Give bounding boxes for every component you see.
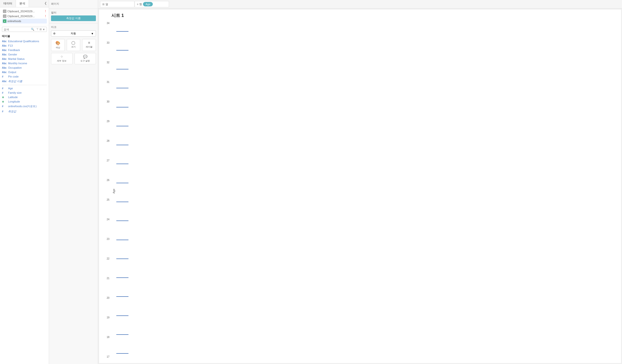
tab-data[interactable]: 데이터 (0, 0, 16, 7)
field-type-abc: Abc (2, 71, 7, 74)
mark-line-17 (116, 353, 129, 354)
field-age[interactable]: # Age (0, 86, 49, 91)
row-shelf-label: 행 (139, 2, 142, 6)
field-type-abc: Abc (2, 66, 7, 69)
field-longitude[interactable]: ⊕ Longitude (0, 99, 49, 104)
field-name: Feedback (8, 49, 20, 52)
field-name: Gender (8, 53, 17, 56)
chart-row-29 (116, 116, 621, 135)
field-measure-names[interactable]: Abc 측정값 이름 (0, 79, 49, 84)
tables-section-label: 테이블 (0, 33, 49, 39)
tab-close-icon[interactable]: ❮ (42, 0, 49, 7)
field-feedback[interactable]: Abc Feedback (0, 48, 49, 52)
field-name: 측정값 (8, 110, 16, 113)
filter-section: 필터 측정값 이름 (49, 9, 98, 23)
col-shelf-icon: ⊞ (102, 3, 104, 6)
mark-line-33 (116, 50, 129, 51)
field-name: Age (8, 87, 13, 90)
row-shelf-icon: ≡ (137, 3, 138, 6)
mark-line-20 (116, 296, 129, 297)
field-monthly-income[interactable]: Abc Monthly Income (0, 61, 49, 65)
field-type-geo: ⊕ (2, 96, 7, 99)
filter-label: 필터 (51, 11, 96, 15)
mark-line-22 (116, 259, 129, 259)
field-name: Monthly Income (8, 62, 27, 65)
mark-tooltip-label: 도구 설명 (80, 59, 90, 62)
mark-line-23 (116, 240, 129, 240)
y-label-27: 27 (107, 159, 109, 162)
mark-size-label: 크기 (71, 45, 76, 49)
chart-row-33 (116, 41, 621, 60)
field-educational-qualifications[interactable]: Abc Educational Qualifications (0, 39, 49, 43)
top-tabs: 데이터 분석 ❮ (0, 0, 49, 7)
marks-row2: ⁘ 세부 정보 💬 도구 설명 (51, 53, 96, 64)
marks-section: 마크 ⊘ 자동 ▼ 🎨 색상 ◯ 크기 ≡ 레이블 (49, 23, 98, 66)
chart-row-18 (116, 325, 621, 344)
field-latitude[interactable]: ⊕ Latitude (0, 95, 49, 99)
field-type-hash: # (2, 110, 7, 113)
field-name: onlinefoods.csv(카운트) (8, 104, 37, 108)
right-panel: ⊞ 열 ≡ 행 Age 시트 1 34 33 32 31 30 (98, 0, 622, 364)
grid-icon[interactable]: ⊞ (39, 28, 42, 31)
field-name: Occupation (8, 66, 22, 69)
datasource-clipboard1-label: Clipboard_20240329... (7, 10, 35, 13)
field-gender[interactable]: Abc Gender (0, 52, 49, 57)
field-family-size[interactable]: # Family size (0, 91, 49, 95)
field-output[interactable]: Abc Output (0, 70, 49, 74)
mark-line-24 (116, 221, 129, 221)
filter-icon[interactable]: ⊤ (36, 28, 39, 31)
y-axis-title: Age (111, 19, 116, 363)
marks-dropdown[interactable]: ⊘ 자동 ▼ (51, 30, 96, 37)
field-type-hash: # (2, 87, 7, 90)
error-dot-2: ! (45, 15, 46, 18)
field-measure-values[interactable]: # 측정값 (0, 109, 49, 114)
field-name: Longitude (8, 100, 20, 103)
mark-label-label: 레이블 (86, 45, 93, 49)
field-type-abc: Abc (2, 49, 7, 52)
chart-row-28 (116, 136, 621, 154)
field-name: Educational Qualifications (8, 40, 39, 43)
mark-line-28 (116, 145, 129, 145)
field-pin-code[interactable]: # Pin code (0, 74, 49, 79)
filter-pill[interactable]: 측정값 이름 (51, 16, 96, 21)
mark-btn-tooltip[interactable]: 💬 도구 설명 (75, 53, 96, 64)
mark-btn-detail[interactable]: ⁘ 세부 정보 (51, 53, 73, 64)
error-dot-1: ! (45, 10, 46, 13)
search-bar: 🔍 ⊤ ⊞ ▼ (2, 27, 47, 32)
mark-line-27 (116, 164, 129, 164)
datasource-clipboard1[interactable]: ◻ Clipboard_20240329... ! (2, 9, 47, 14)
tooltip-icon: 💬 (83, 55, 87, 59)
row-shelf-pill[interactable]: Age (143, 2, 153, 6)
filter-icons: ⊤ ⊞ ▼ (36, 28, 45, 31)
datasource-clipboard2-label: Clipboard_20240329... (7, 15, 35, 18)
datasource-onlinefoods[interactable]: ● onlinefoods (2, 19, 47, 23)
chart-row-34 (116, 22, 621, 41)
field-f13[interactable]: Abc F13 (0, 43, 49, 48)
data-sources-section: ◻ Clipboard_20240329... ! ◻ Clipboard_20… (0, 7, 49, 25)
field-type-italic: Abc (2, 80, 7, 83)
dropdown-icon[interactable]: ▼ (42, 28, 45, 31)
tab-analysis[interactable]: 분석 (16, 0, 29, 7)
mark-line-34 (116, 31, 129, 32)
chart-row-27 (116, 154, 621, 173)
field-type-geo: ⊕ (2, 100, 7, 103)
marks-dropdown-arrow: ▼ (91, 32, 94, 35)
field-marital-status[interactable]: Abc Marital Status (0, 57, 49, 61)
chart-row-19 (116, 306, 621, 325)
search-input[interactable] (4, 28, 30, 31)
mark-btn-color[interactable]: 🎨 색상 (51, 39, 65, 51)
field-occupation[interactable]: Abc Occupation (0, 65, 49, 70)
chart-row-32 (116, 60, 621, 79)
mark-btn-label[interactable]: ≡ 레이블 (82, 39, 96, 51)
mark-line-25 (116, 202, 129, 202)
field-count[interactable]: # onlinefoods.csv(카운트) (0, 104, 49, 109)
middle-panel: 페이지 필터 측정값 이름 마크 ⊘ 자동 ▼ 🎨 색상 ◯ 크기 (49, 0, 98, 364)
mark-line-18 (116, 334, 129, 335)
chart-row-22 (116, 249, 621, 268)
col-shelf-label: 열 (105, 2, 108, 6)
mark-color-label: 색상 (56, 46, 60, 49)
y-label-18: 18 (107, 336, 109, 339)
mark-btn-size[interactable]: ◯ 크기 (67, 39, 80, 51)
field-name: Output (8, 71, 16, 74)
datasource-clipboard2[interactable]: ◻ Clipboard_20240329... ! (2, 14, 47, 19)
